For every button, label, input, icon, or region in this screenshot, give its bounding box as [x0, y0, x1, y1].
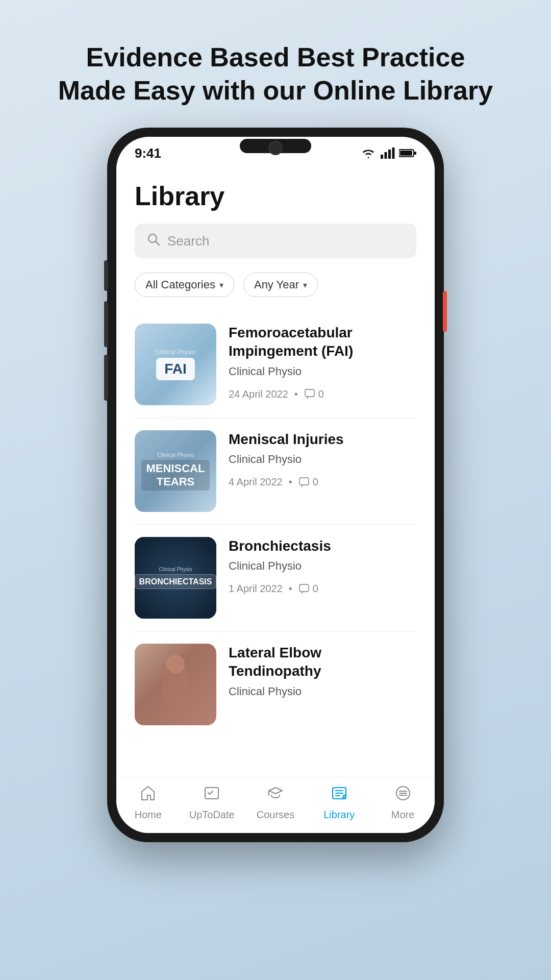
- phone-shell: 9:41: [107, 128, 444, 842]
- nav-label-library: Library: [323, 809, 355, 821]
- svg-rect-2: [388, 150, 391, 159]
- filter-year[interactable]: Any Year ▾: [243, 273, 318, 297]
- item-meta: 24 April 2022 • 0: [229, 388, 416, 400]
- svg-line-8: [156, 241, 159, 245]
- comment-icon: [298, 583, 310, 595]
- item-author: Clinical Physio: [229, 365, 416, 378]
- svg-rect-0: [381, 155, 383, 159]
- search-bar[interactable]: Search: [135, 224, 416, 258]
- comment-icon: [304, 388, 315, 400]
- phone-screen: 9:41: [116, 137, 435, 833]
- svg-rect-1: [385, 152, 387, 159]
- comment-count: 0: [313, 476, 318, 488]
- phone-btn-left1: [104, 260, 108, 291]
- item-dot: •: [289, 476, 292, 488]
- filter-categories-label: All Categories: [145, 278, 215, 291]
- item-date: 1 April 2022: [229, 583, 283, 595]
- nav-label-courses: Courses: [257, 809, 294, 821]
- comment-icon: [298, 477, 310, 488]
- list-item[interactable]: Clinical Physio FAI Femoroacetabular Imp…: [135, 311, 416, 418]
- item-info-meniscal: Meniscal Injuries Clinical Physio 4 Apri…: [229, 430, 416, 488]
- more-icon: [394, 785, 412, 806]
- nav-item-courses[interactable]: Courses: [250, 785, 301, 821]
- search-icon: [147, 233, 160, 249]
- comment-count: 0: [313, 583, 318, 595]
- thumb-label-big: BRONCHIECTASIS: [135, 574, 216, 589]
- item-dot: •: [294, 388, 298, 400]
- thumb-label-big: MENISCALTEARS: [141, 460, 210, 491]
- item-title: Lateral Elbow Tendinopathy: [229, 644, 416, 681]
- status-icons: [360, 148, 416, 159]
- item-meta: 4 April 2022 • 0: [229, 476, 416, 488]
- item-date: 4 April 2022: [229, 476, 283, 488]
- chevron-down-icon: ▾: [303, 280, 307, 290]
- phone-btn-right: [443, 291, 447, 332]
- item-meta: 1 April 2022 • 0: [229, 583, 416, 595]
- list-item[interactable]: Clinical Physio BRONCHIECTASIS Bronchiec…: [135, 525, 416, 631]
- thumb-label-small: Clinical Physio: [157, 452, 194, 458]
- svg-rect-11: [299, 584, 309, 592]
- item-comment: 0: [304, 388, 324, 400]
- item-author: Clinical Physio: [229, 453, 416, 466]
- item-info-bronch: Bronchiectasis Clinical Physio 1 April 2…: [229, 537, 416, 595]
- item-thumbnail-meniscal: Clinical Physio MENISCALTEARS: [135, 430, 216, 512]
- filter-year-label: Any Year: [254, 278, 299, 291]
- svg-rect-6: [400, 151, 412, 156]
- list-item[interactable]: Clinical Physio MENISCALTEARS Meniscal I…: [135, 418, 416, 525]
- nav-item-home[interactable]: Home: [122, 785, 173, 821]
- item-comment: 0: [298, 476, 318, 488]
- item-thumbnail-bronch: Clinical Physio BRONCHIECTASIS: [135, 537, 216, 619]
- courses-icon: [267, 785, 284, 806]
- item-dot: •: [289, 583, 292, 595]
- uptodate-icon: [203, 785, 220, 806]
- comment-count: 0: [318, 388, 324, 400]
- thumb-label-small: Clinical Physio: [159, 567, 192, 572]
- filter-categories[interactable]: All Categories ▾: [135, 273, 234, 297]
- list-item[interactable]: Lateral Elbow Tendinopathy Clinical Phys…: [135, 631, 416, 738]
- item-info-fai: Femoroacetabular Impingement (FAI) Clini…: [229, 324, 416, 400]
- filter-row: All Categories ▾ Any Year ▾: [135, 273, 416, 297]
- item-thumbnail-lateral: [135, 644, 216, 725]
- nav-label-uptodate: UpToDate: [189, 809, 235, 821]
- page-headline: Evidence Based Best Practice Made Easy w…: [58, 41, 493, 107]
- search-input[interactable]: Search: [167, 233, 404, 249]
- item-comment: 0: [298, 583, 318, 595]
- svg-rect-12: [205, 788, 218, 799]
- app-content[interactable]: Library Search All Categories ▾: [116, 165, 435, 777]
- library-list: Clinical Physio FAI Femoroacetabular Imp…: [135, 311, 416, 738]
- nav-item-library[interactable]: Library: [314, 785, 365, 821]
- signal-icon: [381, 148, 395, 159]
- headline-text: Evidence Based Best Practice Made Easy w…: [58, 41, 493, 107]
- item-info-lateral: Lateral Elbow Tendinopathy Clinical Phys…: [229, 644, 416, 698]
- svg-rect-5: [414, 152, 416, 155]
- item-title: Meniscal Injuries: [229, 430, 416, 449]
- item-author: Clinical Physio: [229, 559, 416, 573]
- item-title: Bronchiectasis: [229, 537, 416, 555]
- svg-rect-9: [305, 389, 314, 397]
- item-author: Clinical Physio: [229, 685, 416, 698]
- item-date: 24 April 2022: [229, 388, 288, 400]
- battery-icon: [399, 149, 416, 158]
- phone-btn-left3: [104, 355, 108, 401]
- bottom-nav: Home UpToDate: [116, 777, 435, 833]
- nav-label-home: Home: [135, 809, 162, 821]
- nav-label-more: More: [391, 809, 415, 821]
- home-icon: [139, 785, 157, 806]
- item-title: Femoroacetabular Impingement (FAI): [229, 324, 416, 361]
- nav-item-uptodate[interactable]: UpToDate: [186, 785, 237, 821]
- item-thumbnail-fai: Clinical Physio FAI: [135, 324, 216, 405]
- library-icon: [331, 785, 348, 806]
- library-title: Library: [135, 181, 416, 211]
- chevron-down-icon: ▾: [219, 280, 223, 290]
- svg-rect-10: [299, 478, 309, 485]
- svg-rect-3: [392, 148, 395, 159]
- phone-camera: [268, 141, 283, 155]
- phone-btn-left2: [104, 301, 108, 347]
- nav-item-more[interactable]: More: [378, 785, 429, 821]
- status-time: 9:41: [135, 145, 161, 161]
- wifi-icon: [360, 148, 377, 159]
